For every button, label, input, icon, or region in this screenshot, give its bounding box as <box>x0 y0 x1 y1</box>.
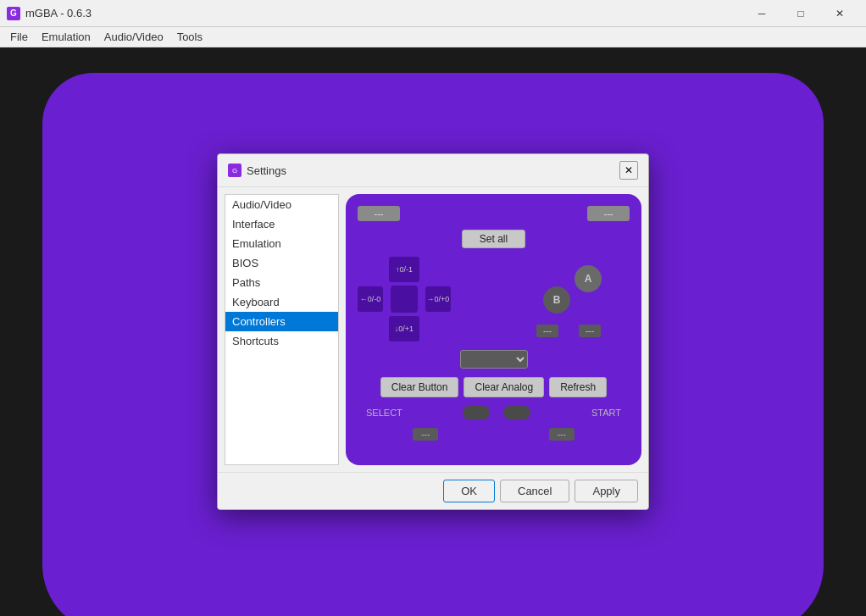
controller-dropdown[interactable] <box>460 350 528 369</box>
dialog-body: Audio/Video Interface Emulation BIOS Pat… <box>218 187 648 472</box>
dpad: ↑0/-1 ↓0/+1 ←0/-0 →0/+0 <box>358 257 451 341</box>
clear-button-btn[interactable]: Clear Button <box>380 377 459 397</box>
a-button-label[interactable]: --- <box>579 325 601 337</box>
select-start-key-labels: --- --- <box>358 428 630 441</box>
sidebar-item-paths[interactable]: Paths <box>225 273 338 292</box>
sidebar-item-emulation[interactable]: Emulation <box>225 234 338 253</box>
set-all-row: Set all <box>358 230 630 248</box>
dpad-down-label: ↓0/+1 <box>395 325 414 333</box>
settings-sidebar: Audio/Video Interface Emulation BIOS Pat… <box>225 194 339 465</box>
select-key-button[interactable]: --- <box>413 428 438 441</box>
dialog-title: Settings <box>247 164 619 177</box>
action-buttons-row: Clear Button Clear Analog Refresh <box>358 377 630 397</box>
ok-button[interactable]: OK <box>443 480 495 502</box>
dpad-right-label: →0/+0 <box>427 295 450 303</box>
window-controls: ─ □ ✕ <box>742 0 859 27</box>
settings-dialog: G Settings ✕ Audio/Video Interface Emula… <box>217 153 649 510</box>
start-circle[interactable] <box>503 406 530 419</box>
dialog-titlebar: G Settings ✕ <box>218 154 648 187</box>
start-label: START <box>591 408 621 418</box>
dialog-overlay: G Settings ✕ Audio/Video Interface Emula… <box>0 47 866 616</box>
select-start-row: SELECT START <box>358 406 630 419</box>
sidebar-item-bios[interactable]: BIOS <box>225 253 338 273</box>
dpad-center <box>391 286 418 313</box>
select-label: SELECT <box>366 408 402 418</box>
menu-file[interactable]: File <box>3 29 35 45</box>
refresh-btn[interactable]: Refresh <box>549 377 607 397</box>
dialog-footer: OK Cancel Apply <box>218 472 648 509</box>
dialog-icon: G <box>228 164 241 177</box>
r-button[interactable]: --- <box>587 206 630 221</box>
dialog-close-button[interactable]: ✕ <box>619 161 638 180</box>
menu-emulation[interactable]: Emulation <box>35 29 97 45</box>
titlebar: G mGBA - 0.6.3 ─ □ ✕ <box>0 0 866 27</box>
menu-tools[interactable]: Tools <box>170 29 209 45</box>
window-close-button[interactable]: ✕ <box>820 0 859 27</box>
cancel-button[interactable]: Cancel <box>500 480 569 502</box>
maximize-button[interactable]: □ <box>781 0 820 27</box>
sidebar-item-audio-video[interactable]: Audio/Video <box>225 195 338 214</box>
b-button-circle[interactable]: B <box>543 286 570 314</box>
controller-panel: --- --- Set all ↑0/-1 <box>346 194 641 465</box>
app-title: mGBA - 0.6.3 <box>25 7 742 19</box>
set-all-button[interactable]: Set all <box>462 230 525 248</box>
controller-dropdown-row <box>358 350 630 369</box>
start-key-button[interactable]: --- <box>549 428 575 441</box>
sidebar-item-keyboard[interactable]: Keyboard <box>225 292 338 312</box>
sidebar-item-controllers[interactable]: Controllers <box>225 312 338 331</box>
dpad-abxy-row: ↑0/-1 ↓0/+1 ←0/-0 →0/+0 <box>358 257 630 341</box>
sidebar-item-interface[interactable]: Interface <box>225 214 338 234</box>
abxy-area: B A --- --- <box>528 257 630 341</box>
apply-button[interactable]: Apply <box>575 480 638 502</box>
l-button[interactable]: --- <box>358 206 400 221</box>
sidebar-item-shortcuts[interactable]: Shortcuts <box>225 331 338 351</box>
select-start-circles <box>463 406 530 419</box>
dpad-left-label: ←0/-0 <box>360 295 381 303</box>
a-button-circle[interactable]: A <box>575 265 602 292</box>
dpad-down[interactable]: ↓0/+1 <box>389 316 419 341</box>
lr-buttons-row: --- --- <box>358 206 630 221</box>
dpad-right[interactable]: →0/+0 <box>425 286 451 312</box>
menu-audio-video[interactable]: Audio/Video <box>97 29 170 45</box>
dpad-left[interactable]: ←0/-0 <box>358 286 383 312</box>
minimize-button[interactable]: ─ <box>742 0 781 27</box>
b-button-label[interactable]: --- <box>536 325 558 337</box>
select-circle[interactable] <box>463 406 490 419</box>
dpad-up-label: ↑0/-1 <box>396 265 413 274</box>
clear-analog-btn[interactable]: Clear Analog <box>464 377 544 397</box>
app-icon: G <box>7 7 20 20</box>
dpad-up[interactable]: ↑0/-1 <box>389 257 419 282</box>
menubar: File Emulation Audio/Video Tools <box>0 27 866 47</box>
